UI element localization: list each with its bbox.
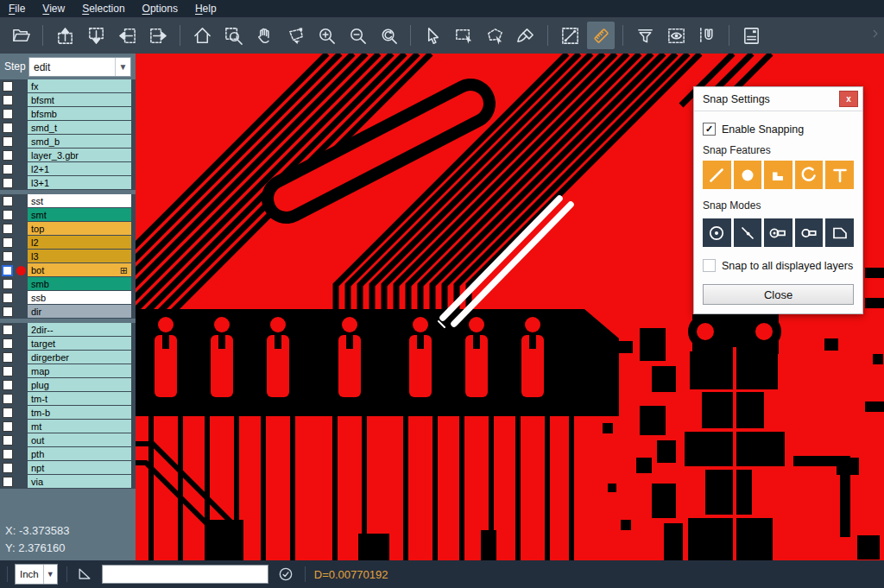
enable-snapping-checkbox[interactable]: ✓ (703, 123, 716, 136)
snap-point-on-feature-icon[interactable] (734, 218, 762, 247)
snap-outline-icon[interactable] (825, 218, 854, 247)
units-select[interactable]: Inch ▼ (15, 564, 58, 585)
layer-row-bfsmt[interactable]: bfsmt (0, 93, 136, 107)
layer-row-l3[interactable]: l3 (0, 250, 136, 263)
layer-name[interactable]: out (28, 433, 131, 447)
layer-row-l2+1[interactable]: l2+1 (0, 162, 136, 176)
menu-view[interactable]: View (34, 0, 73, 17)
home-icon[interactable] (188, 22, 216, 49)
angle-triangle-icon[interactable] (76, 566, 93, 583)
layer-name[interactable]: smt (28, 208, 131, 222)
zoom-out-icon[interactable] (344, 22, 371, 49)
select-polygon-icon[interactable] (481, 22, 508, 49)
layer-row-map[interactable]: map (0, 364, 136, 378)
snap-slot-center-icon[interactable] (764, 218, 792, 247)
pan-left-icon[interactable] (113, 22, 141, 49)
layer-visibility-checkbox[interactable] (3, 237, 13, 248)
snap-center-icon[interactable] (703, 218, 731, 247)
layer-row-2dir--[interactable]: 2dir-- (0, 323, 136, 337)
layer-row-dirgerber[interactable]: dirgerber (0, 351, 136, 364)
layer-visibility-checkbox[interactable] (3, 352, 13, 363)
snap-slot-end-icon[interactable] (795, 218, 824, 247)
pan-right-icon[interactable] (144, 22, 172, 49)
brush-icon[interactable] (512, 22, 540, 49)
layer-visibility-checkbox[interactable] (3, 463, 13, 473)
open-file-icon[interactable] (7, 22, 35, 49)
layer-visibility-checkbox[interactable] (3, 81, 13, 92)
layer-visibility-checkbox[interactable] (3, 178, 13, 188)
pan-hand-icon[interactable] (250, 22, 278, 49)
select-rect-icon[interactable] (450, 22, 477, 49)
layer-visibility-checkbox[interactable] (3, 325, 13, 335)
layer-row-pth[interactable]: pth (0, 447, 136, 461)
layer-name[interactable]: npt (28, 461, 131, 475)
layer-name[interactable]: l3+1 (28, 176, 131, 190)
layer-name[interactable]: l3 (28, 250, 131, 263)
zoom-polygon-icon[interactable] (281, 22, 309, 49)
layer-visibility-checkbox[interactable] (3, 408, 13, 418)
layer-visibility-checkbox[interactable] (3, 123, 13, 133)
menu-selection[interactable]: Selection (73, 0, 133, 17)
pan-up-icon[interactable] (51, 22, 79, 49)
layer-name[interactable]: dirgerber (28, 351, 131, 364)
chevron-right-icon[interactable] (868, 27, 882, 44)
layer-name[interactable]: l2+1 (28, 162, 131, 176)
layer-visibility-checkbox[interactable] (3, 477, 13, 487)
layer-name[interactable]: tm-b (28, 406, 131, 420)
layer-visibility-checkbox[interactable] (3, 109, 13, 119)
report-icon[interactable] (737, 22, 765, 49)
layer-row-bot[interactable]: bot⊞ (0, 263, 136, 277)
snap-magnet-icon[interactable] (693, 22, 721, 49)
layer-name[interactable]: map (28, 364, 131, 378)
layer-name[interactable]: sst (28, 194, 131, 208)
layer-row-dir[interactable]: dir (0, 305, 136, 319)
layer-name[interactable]: fx (28, 79, 131, 93)
layer-visibility-checkbox[interactable] (3, 435, 13, 446)
layer-name[interactable]: target (28, 337, 131, 351)
zoom-window-icon[interactable] (219, 22, 247, 49)
layer-row-l2[interactable]: l2 (0, 236, 136, 250)
layer-name[interactable]: dir (28, 305, 131, 319)
layer-row-via[interactable]: via (0, 475, 136, 489)
snap-surface-icon[interactable] (764, 161, 792, 189)
close-icon[interactable]: x (839, 91, 858, 107)
layer-visibility-checkbox[interactable] (3, 449, 13, 459)
enable-snapping-row[interactable]: ✓ Enable Snapping (703, 123, 854, 136)
snap-text-icon[interactable] (825, 161, 854, 189)
layer-name[interactable]: mt (28, 420, 131, 433)
layer-name[interactable]: bot⊞ (28, 263, 131, 277)
dialog-titlebar[interactable]: Snap Settings x (694, 87, 862, 111)
layer-visibility-checkbox[interactable] (3, 164, 13, 174)
layer-visibility-checkbox[interactable] (3, 394, 13, 404)
command-input[interactable] (102, 565, 268, 584)
layer-row-tm-t[interactable]: tm-t (0, 392, 136, 406)
layer-row-bfsmb[interactable]: bfsmb (0, 107, 136, 121)
layer-visibility-checkbox[interactable] (3, 380, 13, 390)
layer-visibility-checkbox[interactable] (2, 265, 13, 276)
layer-row-sst[interactable]: sst (0, 194, 136, 208)
layer-name[interactable]: smb (28, 277, 131, 291)
layer-name[interactable]: bfsmb (28, 107, 131, 121)
layer-visibility-checkbox[interactable] (3, 210, 13, 220)
layer-visibility-checkbox[interactable] (3, 95, 13, 105)
select-arrow-icon[interactable] (419, 22, 446, 49)
close-button[interactable]: Close (703, 284, 854, 305)
layer-row-out[interactable]: out (0, 433, 136, 447)
layer-row-smd_t[interactable]: smd_t (0, 121, 136, 135)
layer-name[interactable]: layer_3.gbr (28, 149, 131, 162)
layer-row-target[interactable]: target (0, 337, 136, 351)
layer-visibility-checkbox[interactable] (3, 338, 13, 349)
zoom-in-icon[interactable] (313, 22, 340, 49)
layer-row-smt[interactable]: smt (0, 208, 136, 222)
all-layers-row[interactable]: Snap to all displayed layers (703, 259, 854, 272)
layer-visibility-checkbox[interactable] (3, 366, 13, 376)
step-select[interactable]: edit ▼ (28, 57, 131, 77)
layer-name[interactable]: 2dir-- (28, 323, 131, 337)
menu-options[interactable]: Options (134, 0, 186, 17)
layer-name[interactable]: l2 (28, 236, 131, 250)
all-layers-checkbox[interactable] (703, 259, 716, 272)
layer-visibility-checkbox[interactable] (3, 136, 13, 147)
layer-name[interactable]: ssb (28, 291, 131, 305)
layer-row-fx[interactable]: fx (0, 79, 136, 93)
layer-row-l3+1[interactable]: l3+1 (0, 176, 136, 190)
